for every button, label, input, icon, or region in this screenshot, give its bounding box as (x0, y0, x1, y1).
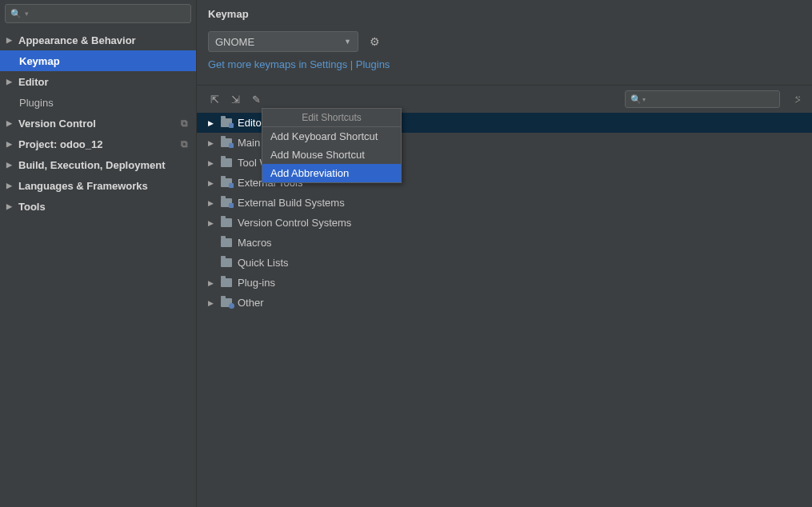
chevron-right-icon: ▶ (208, 299, 218, 307)
keymap-toolbar: GNOME ▼ ⚙ (197, 28, 812, 57)
nav-languages-frameworks[interactable]: ▶ Languages & Frameworks (0, 175, 196, 196)
nav-appearance-behavior[interactable]: ▶ Appearance & Behavior (0, 30, 196, 50)
menu-add-keyboard-shortcut[interactable]: Add Keyboard Shortcut (262, 127, 401, 146)
expand-all-icon[interactable]: ⇱ (208, 94, 221, 106)
tree-label: Macros (238, 237, 272, 249)
tree-quick-lists[interactable]: Quick Lists (197, 253, 812, 273)
page-title: Keymap (197, 3, 812, 28)
nav-label: Project: odoo_12 (18, 138, 102, 150)
collapse-all-icon[interactable]: ⇲ (229, 94, 242, 106)
tree-other[interactable]: ▶ Other (197, 293, 812, 313)
folder-icon (221, 198, 232, 207)
find-shortcut-icon[interactable]: ⍩ (794, 93, 801, 106)
folder-icon (221, 138, 232, 147)
tree-label: Plug-ins (238, 277, 275, 289)
chevron-right-icon: ▶ (6, 78, 16, 86)
edit-icon[interactable]: ✎ (250, 94, 262, 106)
chevron-right-icon: ▶ (208, 119, 218, 127)
nav-label: Editor (18, 76, 49, 88)
chevron-right-icon: ▶ (6, 36, 16, 44)
tree-external-build[interactable]: ▶ External Build Systems (197, 193, 812, 213)
chevron-right-icon: ▶ (6, 182, 16, 190)
main-panel: Keymap GNOME ▼ ⚙ Get more keymaps in Set… (197, 0, 812, 507)
tree-macros[interactable]: Macros (197, 233, 812, 253)
folder-icon (221, 278, 232, 287)
chevron-right-icon: ▶ (6, 161, 16, 169)
nav-keymap[interactable]: Keymap (0, 50, 196, 71)
folder-icon (221, 118, 232, 127)
edit-shortcuts-menu: Edit Shortcuts Add Keyboard Shortcut Add… (262, 108, 402, 183)
nav-label: Keymap (19, 55, 60, 67)
tree-label: Other (238, 297, 264, 309)
settings-sidebar: 🔍▾ ▶ Appearance & Behavior Keymap ▶ Edit… (0, 0, 197, 507)
actions-search-input[interactable]: 🔍▾ (625, 90, 780, 108)
chevron-right-icon: ▶ (208, 219, 218, 227)
chevron-right-icon: ▶ (208, 199, 218, 207)
menu-add-mouse-shortcut[interactable]: Add Mouse Shortcut (262, 146, 401, 164)
nav-editor[interactable]: ▶ Editor (0, 71, 196, 92)
folder-icon (221, 238, 232, 247)
gear-icon[interactable]: ⚙ (370, 35, 380, 48)
menu-add-abbreviation[interactable]: Add Abbreviation (262, 164, 401, 182)
nav-version-control[interactable]: ▶ Version Control ⧉ (0, 113, 196, 134)
nav-plugins[interactable]: Plugins (0, 92, 196, 113)
tree-label: Version Control Systems (238, 217, 351, 229)
nav-label: Plugins (19, 97, 54, 109)
chevron-right-icon: ▶ (208, 139, 218, 147)
keymap-scheme-dropdown[interactable]: GNOME ▼ (208, 31, 358, 52)
nav-label: Languages & Frameworks (18, 180, 148, 192)
sidebar-search-input[interactable]: 🔍▾ (5, 4, 191, 23)
folder-icon (221, 178, 232, 187)
tree-label: Quick Lists (238, 257, 289, 269)
nav-tools[interactable]: ▶ Tools (0, 196, 196, 217)
dropdown-value: GNOME (215, 36, 254, 48)
chevron-right-icon: ▶ (208, 159, 218, 167)
chevron-right-icon: ▶ (6, 119, 16, 127)
chevron-down-icon: ▼ (344, 38, 351, 46)
project-badge-icon: ⧉ (181, 138, 188, 150)
tree-label: External Build Systems (238, 197, 345, 209)
tree-vcs[interactable]: ▶ Version Control Systems (197, 213, 812, 233)
get-more-keymaps-link[interactable]: Get more keymaps in Settings | Plugins (197, 57, 812, 78)
search-icon: 🔍 (10, 9, 22, 19)
folder-icon (221, 218, 232, 227)
nav-label: Appearance & Behavior (18, 34, 136, 46)
nav-label: Tools (18, 201, 46, 213)
search-icon: 🔍 (630, 94, 642, 105)
chevron-right-icon: ▶ (6, 202, 16, 210)
folder-icon (221, 158, 232, 167)
chevron-right-icon: ▶ (208, 179, 218, 187)
chevron-right-icon: ▶ (6, 140, 16, 148)
nav-label: Build, Execution, Deployment (18, 159, 165, 171)
tree-plugins[interactable]: ▶ Plug-ins (197, 273, 812, 293)
nav-label: Version Control (18, 118, 96, 130)
project-badge-icon: ⧉ (181, 118, 188, 129)
menu-title: Edit Shortcuts (262, 109, 401, 127)
folder-icon (221, 258, 232, 267)
nav-build-execution[interactable]: ▶ Build, Execution, Deployment (0, 154, 196, 175)
nav-project[interactable]: ▶ Project: odoo_12 ⧉ (0, 134, 196, 154)
folder-icon (221, 298, 232, 307)
chevron-right-icon: ▶ (208, 279, 218, 287)
